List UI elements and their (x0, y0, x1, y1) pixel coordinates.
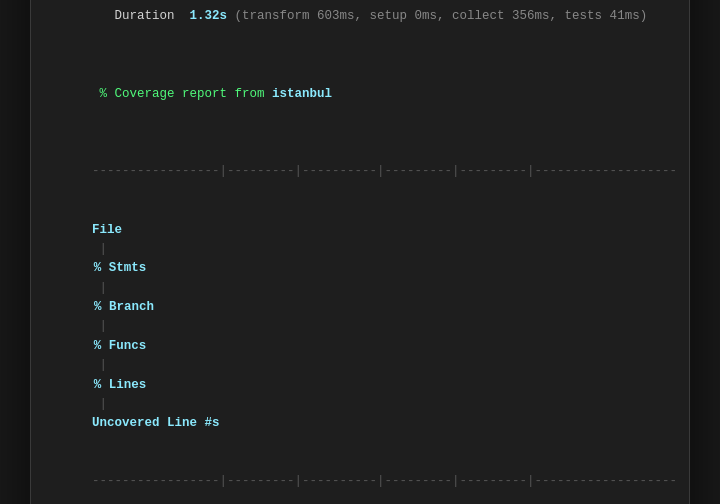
blank-5 (47, 46, 673, 65)
blank-6 (47, 124, 673, 143)
terminal-window: vue-app — -zsh — 80×24 macbook@MACBOOKs-… (30, 0, 690, 504)
sep-line-2: -----------------|---------|----------|-… (47, 453, 673, 504)
duration-line: Duration 1.32s (transform 603ms, setup 0… (47, 0, 673, 46)
sep-line-1: -----------------|---------|----------|-… (47, 143, 673, 201)
coverage-report-line: % Coverage report from istanbul (47, 66, 673, 124)
table-header-line: File | % Stmts | % Branch | % Funcs | % … (47, 201, 673, 453)
terminal-body[interactable]: macbook@MACBOOKs-MBP vue-app % npm run c… (31, 0, 689, 504)
